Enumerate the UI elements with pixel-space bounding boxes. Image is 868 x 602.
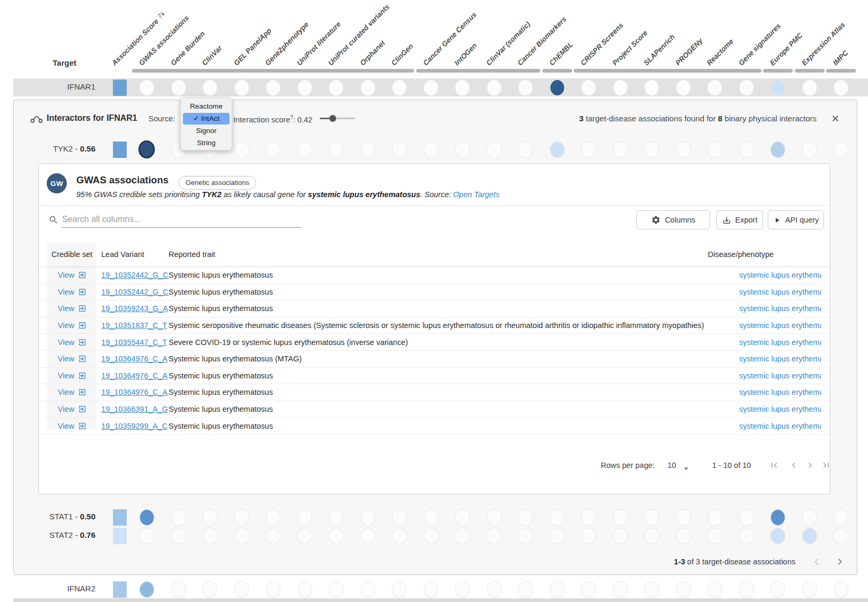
view-link[interactable]: View	[58, 388, 74, 396]
cell-TYK2-project-score[interactable]	[613, 141, 628, 158]
credible-set-cell[interactable]: View	[58, 338, 86, 347]
view-link[interactable]: View	[58, 405, 74, 413]
cell-STAT2-expression-atlas[interactable]	[802, 528, 817, 544]
cell-IFNAR1-project-score[interactable]	[613, 79, 628, 96]
cell-STAT1-orphanet[interactable]	[361, 509, 375, 526]
cell-IFNAR1-cancer-gene-census[interactable]	[424, 79, 439, 96]
lead-variant-link[interactable]: 19_10364976_C_A	[101, 388, 168, 396]
cell-IFNAR1-europe-pmc[interactable]	[770, 79, 785, 96]
cell-STAT2-chembl[interactable]	[550, 528, 565, 544]
lead-variant-link[interactable]: 19_10359299_A_C	[101, 422, 168, 430]
cell-IFNAR1-clinvar-somatic-[interactable]	[487, 79, 502, 96]
cell-STAT2-slapenrich[interactable]	[644, 528, 659, 544]
cell-TYK2-orphanet[interactable]	[361, 141, 375, 158]
cell-STAT2-orphanet[interactable]	[361, 528, 375, 544]
view-link[interactable]: View	[58, 371, 74, 380]
cell-IFNAR1-gel-panelapp[interactable]	[234, 79, 249, 96]
cell-IFNAR2-expression-atlas[interactable]	[802, 581, 817, 598]
lead-variant-link[interactable]: 19_10359243_G_A	[101, 304, 168, 313]
cell-TYK2-slapenrich[interactable]	[644, 141, 659, 158]
cell-STAT2-clingen[interactable]	[392, 528, 407, 544]
target-symbol-IFNAR1[interactable]: IFNAR1	[0, 82, 95, 91]
next-interactors-icon[interactable]	[834, 555, 846, 568]
disease-phenotype-cell[interactable]: systemic lupus erythematosus	[708, 388, 821, 396]
cell-IFNAR2-gene-burden[interactable]	[171, 581, 186, 598]
interaction-score-slider-track[interactable]	[320, 118, 355, 119]
cell-STAT2-uniprot-curated-variants[interactable]	[329, 528, 344, 544]
cell-IFNAR1-intogen[interactable]	[455, 79, 470, 96]
next-page-icon[interactable]	[805, 460, 816, 471]
view-link[interactable]: View	[58, 304, 74, 313]
association-score-cell-STAT2[interactable]	[113, 528, 127, 544]
credible-set-cell[interactable]: View	[58, 355, 86, 363]
disease-phenotype-cell[interactable]: systemic lupus erythematosus	[708, 405, 821, 413]
cell-TYK2-uniprot-literature[interactable]	[297, 141, 312, 158]
disease-phenotype-cell[interactable]: systemic lupus erythematosus	[708, 288, 821, 296]
cell-STAT2-clinvar-somatic-[interactable]	[487, 528, 502, 544]
cell-STAT1-slapenrich[interactable]	[644, 509, 659, 526]
column-header-clingen[interactable]: ClinGen	[389, 42, 415, 68]
lead-variant-link[interactable]: 19_10355447_C_T	[101, 338, 167, 347]
cell-IFNAR1-crispr-screens[interactable]	[581, 79, 596, 96]
cell-IFNAR1-progeny[interactable]	[676, 79, 691, 96]
cell-STAT2-progeny[interactable]	[676, 528, 691, 544]
cell-TYK2-clingen[interactable]	[392, 141, 407, 158]
association-score-cell-TYK2[interactable]	[113, 141, 127, 158]
disease-phenotype-cell[interactable]: systemic lupus erythematosus	[708, 338, 821, 347]
lead-variant-link[interactable]: 19_10364976_C_A	[101, 355, 168, 363]
cell-IFNAR1-clingen[interactable]	[392, 79, 407, 96]
lead-variant-link[interactable]: 19_10364976_C_A	[101, 371, 168, 380]
open-targets-link[interactable]: Open Targets	[453, 190, 499, 199]
column-header-impc[interactable]: IMPC	[831, 48, 851, 68]
view-link[interactable]: View	[58, 422, 74, 430]
cell-STAT2-uniprot-literature[interactable]	[297, 528, 312, 544]
disease-phenotype-cell[interactable]: systemic lupus erythematosus	[708, 422, 821, 430]
credible-set-cell[interactable]: View	[58, 405, 86, 413]
cell-IFNAR2-europe-pmc[interactable]	[770, 581, 785, 598]
cell-STAT2-gene-signatures[interactable]	[739, 528, 754, 544]
column-header-chembl[interactable]: ChEMBL	[547, 40, 575, 68]
cell-STAT1-expression-atlas[interactable]	[802, 509, 817, 526]
cell-IFNAR2-progeny[interactable]	[676, 581, 691, 598]
api-query-button[interactable]: API query	[768, 210, 824, 229]
source-option-reactome[interactable]: Reactome	[183, 101, 230, 112]
cell-TYK2-crispr-screens[interactable]	[581, 141, 596, 158]
cell-TYK2-reactome[interactable]	[707, 141, 722, 158]
cell-STAT1-intogen[interactable]	[455, 509, 470, 526]
cell-STAT1-europe-pmc[interactable]	[770, 509, 785, 526]
cell-IFNAR2-intogen[interactable]	[455, 581, 470, 598]
cell-STAT1-gene-burden[interactable]	[171, 509, 186, 526]
cell-STAT2-reactome[interactable]	[707, 528, 722, 544]
cell-IFNAR2-clingen[interactable]	[392, 581, 407, 598]
credible-set-cell[interactable]: View	[58, 271, 86, 279]
cell-IFNAR2-cancer-gene-census[interactable]	[424, 581, 439, 598]
column-header-uniprot-curated-variants[interactable]: UniProt curated variants	[326, 2, 392, 68]
credible-set-cell[interactable]: View	[58, 422, 86, 430]
cell-IFNAR2-gene2phenotype[interactable]	[266, 581, 280, 598]
cell-STAT2-gel-panelapp[interactable]	[234, 528, 249, 544]
association-score-cell-IFNAR2[interactable]	[113, 581, 127, 598]
lead-variant-link[interactable]: 19_10352442_G_C	[101, 288, 169, 296]
disease-phenotype-cell[interactable]: systemic lupus erythematosus	[708, 321, 821, 330]
cell-IFNAR1-clinvar[interactable]	[203, 79, 217, 96]
previous-page-icon[interactable]	[788, 460, 799, 471]
cell-IFNAR1-cancer-biomarkers[interactable]	[518, 79, 533, 96]
cell-TYK2-cancer-biomarkers[interactable]	[518, 141, 533, 158]
cell-IFNAR1-impc[interactable]	[834, 79, 848, 96]
chevron-down-icon[interactable]	[681, 464, 691, 473]
cell-IFNAR2-crispr-screens[interactable]	[581, 581, 596, 598]
disease-phenotype-cell[interactable]: systemic lupus erythematosus	[708, 271, 821, 279]
cell-IFNAR1-orphanet[interactable]	[361, 79, 375, 96]
cell-STAT2-intogen[interactable]	[455, 528, 470, 544]
credible-set-cell[interactable]: View	[58, 304, 86, 313]
cell-TYK2-intogen[interactable]	[455, 141, 470, 158]
cell-IFNAR2-gene-signatures[interactable]	[739, 581, 754, 598]
cell-TYK2-chembl[interactable]	[550, 141, 565, 158]
target-symbol-STAT2[interactable]: STAT2 - 0.76	[0, 530, 95, 539]
cell-STAT2-europe-pmc[interactable]	[770, 528, 785, 544]
cell-IFNAR2-chembl[interactable]	[550, 581, 565, 598]
source-option-intact[interactable]: ✓ IntAct	[183, 113, 230, 125]
view-link[interactable]: View	[58, 288, 74, 296]
cell-IFNAR2-cancer-biomarkers[interactable]	[518, 581, 533, 598]
disease-phenotype-cell[interactable]: systemic lupus erythematosus	[708, 304, 821, 313]
